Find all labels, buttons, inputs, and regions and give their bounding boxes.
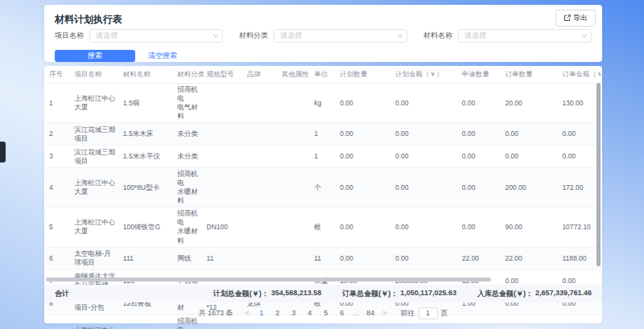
- table-cell: [244, 247, 279, 269]
- pagination-page-1[interactable]: 1: [257, 309, 266, 317]
- table-row[interactable]: 1上海松江中心大厦1.5铜招商机电 电气材料kg0.000.000.0020.0…: [46, 84, 601, 123]
- goto-page-input[interactable]: [419, 307, 438, 319]
- summary-item-value: 2,657,339,761.46: [535, 289, 592, 299]
- table-cell: 0.00: [559, 123, 601, 146]
- table-cell: 个: [311, 168, 336, 208]
- table-cell: 0.00: [502, 123, 559, 146]
- table-cell: 0.00: [392, 247, 459, 269]
- pagination-page-5[interactable]: 5: [321, 309, 331, 317]
- table-cell: 0.00: [392, 208, 459, 247]
- table-cell: 招商机电 水暖材料: [174, 208, 203, 247]
- pagination-page-3[interactable]: 3: [289, 309, 299, 317]
- table-cell: [204, 123, 244, 146]
- filter-select-2[interactable]: 请选择: [458, 29, 592, 43]
- table-cell: [244, 123, 279, 146]
- column-header: 材料分类: [174, 67, 203, 84]
- horizontal-scrollbar[interactable]: [46, 278, 491, 282]
- table-cell: 上海松江中心大厦: [71, 168, 120, 208]
- table-cell: 未分类: [174, 123, 203, 146]
- table-row[interactable]: 3滨江花城三期项目1.5米水平仪未分类10.000.000.000.000.00: [46, 146, 601, 168]
- table-cell: [279, 247, 311, 269]
- table-row[interactable]: 2滨江花城三期项目1.5米木床未分类10.000.000.000.000.00: [46, 123, 601, 146]
- table-cell: 1.5铜: [120, 84, 175, 123]
- column-header: 品牌: [244, 67, 279, 84]
- filter-label: 材料分类: [239, 31, 268, 41]
- table-cell: 1: [311, 123, 336, 146]
- table-cell: 130.00: [559, 84, 601, 123]
- table-cell: 0.00: [559, 146, 601, 168]
- table-cell: [244, 168, 279, 208]
- table-cell: 20.00: [502, 84, 559, 123]
- search-button[interactable]: 搜索: [55, 50, 135, 62]
- table-cell: 滨江花城三期项目: [71, 123, 120, 146]
- pagination-total: 共 1673 条: [198, 308, 233, 319]
- table-cell: 2: [46, 123, 71, 146]
- table-cell: 0.00: [336, 84, 392, 123]
- clear-search-link[interactable]: 清空搜索: [148, 51, 177, 61]
- side-widget-handle[interactable]: [0, 142, 6, 162]
- column-header: 申请数量: [459, 67, 502, 84]
- pagination: 共 1673 条 < 123456...84 > 前往 页: [44, 304, 602, 322]
- pagination-page-2[interactable]: 2: [273, 309, 283, 317]
- table-cell: 10772.10: [559, 208, 601, 247]
- column-header: 计划金额（￥）: [392, 67, 459, 84]
- table-cell: 1.5米水平仪: [120, 146, 175, 168]
- action-row: 搜索 清空搜索: [44, 43, 602, 62]
- table-cell: 招商机电 电气材料: [174, 84, 203, 123]
- pagination-page-6[interactable]: 6: [337, 309, 347, 317]
- table-cell: [204, 84, 244, 123]
- summary-item-label: 入库总金额(￥)：: [477, 289, 533, 299]
- summary-item: 订单总金额(￥)：1,050,117,025.63: [342, 289, 456, 299]
- chevron-down-icon: [213, 32, 218, 38]
- select-placeholder: 请选择: [96, 31, 118, 41]
- table-cell: 上海松江中心大厦: [71, 84, 120, 123]
- table-cell: 根: [311, 208, 336, 247]
- table-cell: 1: [311, 146, 336, 168]
- summary-item: 入库总金额(￥)：2,657,339,761.46: [477, 289, 592, 299]
- column-header: 计划数量: [336, 67, 392, 84]
- table-cell: 太空电梯-月球项目: [71, 247, 120, 269]
- column-header: 订单金额（￥）: [559, 67, 601, 84]
- table-cell: 1.5米木床: [120, 123, 175, 146]
- column-header: 单位: [311, 67, 336, 84]
- table-row[interactable]: 6太空电梯-月球项目111网线11110.000.0022.0022.00118…: [46, 247, 601, 269]
- table-cell: 22.00: [459, 247, 502, 269]
- pagination-page-84[interactable]: 84: [365, 309, 375, 317]
- column-header: 材料名称: [120, 67, 175, 84]
- table-cell: 90.00: [502, 208, 559, 247]
- table-row[interactable]: 4上海松江中心大厦100*8U型卡招商机电 水暖材料个0.000.000.002…: [46, 168, 601, 208]
- pagination-prev-icon[interactable]: <: [243, 309, 250, 317]
- pagination-page-4[interactable]: 4: [305, 309, 315, 317]
- summary-item-label: 订单总金额(￥)：: [342, 289, 398, 299]
- column-header: 其他属性: [279, 67, 311, 84]
- table-cell: 0.00: [336, 146, 392, 168]
- filter-select-0[interactable]: 请选择: [89, 29, 223, 43]
- table-cell: [279, 208, 311, 247]
- table-cell: 1188.00: [559, 247, 601, 269]
- goto-label: 前往: [401, 308, 415, 319]
- chevron-down-icon: [397, 32, 402, 38]
- select-placeholder: 请选择: [280, 31, 302, 41]
- table-cell: 0.00: [336, 208, 392, 247]
- page-title: 材料计划执行表: [55, 14, 122, 25]
- column-header: 序号: [46, 67, 71, 84]
- vertical-scrollbar[interactable]: [597, 83, 601, 266]
- table-row[interactable]: 5上海松江中心大厦100铸铁管G招商机电 水暖材料DN100根0.000.000…: [46, 208, 601, 247]
- table-cell: 200.00: [502, 168, 559, 208]
- table-cell: [279, 168, 311, 208]
- table-cell: 4: [46, 168, 71, 208]
- export-button[interactable]: 导出: [555, 10, 596, 27]
- chevron-down-icon: [581, 32, 587, 38]
- table-cell: 0.00: [336, 247, 392, 269]
- table-cell: 0.00: [459, 208, 502, 247]
- table-cell: [279, 146, 311, 168]
- filter-row: 项目名称请选择材料分类请选择材料名称请选择: [44, 26, 602, 43]
- table-cell: 172.00: [559, 168, 601, 208]
- summary-total-label: 合计: [55, 289, 69, 299]
- table-cell: 100*8U型卡: [120, 168, 175, 208]
- pagination-next-icon[interactable]: >: [381, 309, 388, 317]
- table-cell: 滨江花城三期项目: [71, 146, 120, 168]
- filter-group-1: 材料分类请选择: [239, 29, 407, 43]
- table-cell: 100铸铁管G: [120, 208, 175, 247]
- filter-select-1[interactable]: 请选择: [274, 29, 407, 43]
